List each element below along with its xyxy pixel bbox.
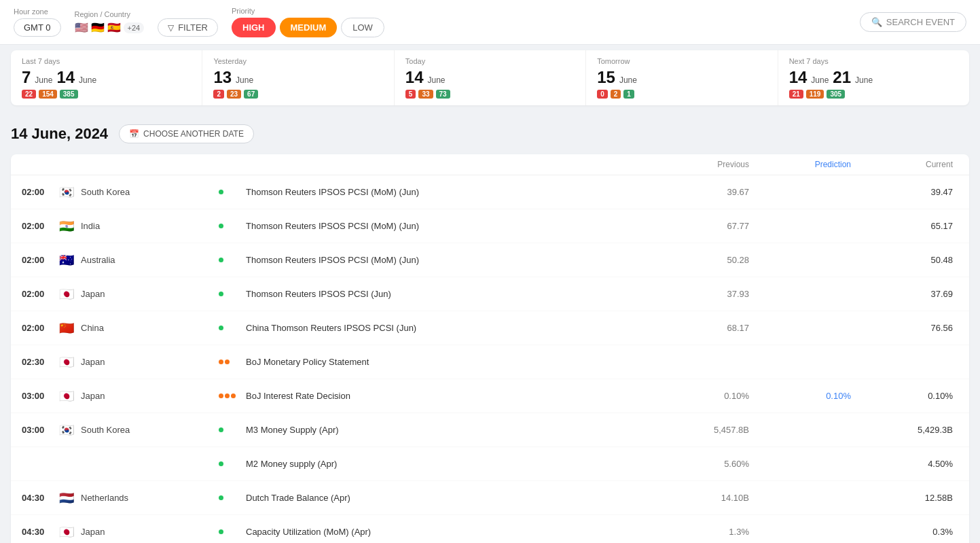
last7-badge-orange: 154 bbox=[39, 90, 57, 99]
time-country-cell: 02:00 🇮🇳 India bbox=[22, 219, 219, 234]
yesterday-range[interactable]: Yesterday 13 June 2 23 67 bbox=[202, 50, 394, 105]
next7-badge-red: 21 bbox=[789, 90, 803, 99]
previous-value: 50.28 bbox=[653, 255, 755, 265]
dot-orange-1 bbox=[219, 393, 223, 398]
time-country-cell: 02:00 🇯🇵 Japan bbox=[22, 287, 219, 302]
event-time: 04:30 bbox=[22, 493, 52, 503]
priority-label: Priority bbox=[232, 7, 384, 15]
last-7-days-range[interactable]: Last 7 days 7 June 14 June 22 154 385 bbox=[11, 50, 202, 105]
time-country-cell: 02:00 🇨🇳 China bbox=[22, 321, 219, 336]
event-time: 02:00 bbox=[22, 221, 52, 231]
next7-label: Next 7 days bbox=[789, 57, 958, 65]
table-row[interactable]: 04:30 🇯🇵 Japan Capacity Utilization (MoM… bbox=[11, 515, 969, 543]
dot-orange-2 bbox=[225, 360, 230, 364]
priority-dots bbox=[219, 190, 246, 194]
previous-value: 0.10% bbox=[653, 391, 755, 401]
priority-dots bbox=[219, 224, 246, 228]
flag-jp-icon: 🇯🇵 bbox=[59, 389, 74, 404]
medium-priority-button[interactable]: MEDIUM bbox=[280, 18, 338, 37]
yesterday-month: June bbox=[236, 75, 253, 85]
priority-dots bbox=[219, 258, 246, 262]
header-priority bbox=[219, 160, 246, 169]
choose-another-date-button[interactable]: 📅 CHOOSE ANOTHER DATE bbox=[119, 124, 254, 143]
dot-green bbox=[219, 292, 223, 296]
last7-start-num: 7 bbox=[22, 68, 31, 87]
date-range-bar: Last 7 days 7 June 14 June 22 154 385 Ye… bbox=[11, 50, 969, 105]
event-name: BoJ Interest Rate Decision bbox=[246, 391, 653, 401]
country-name: South Korea bbox=[81, 425, 130, 435]
flag-jp-icon: 🇯🇵 bbox=[59, 525, 74, 540]
country-name: Japan bbox=[81, 527, 105, 537]
filter-button[interactable]: ▽ FILTER bbox=[158, 18, 218, 37]
high-priority-button[interactable]: HIGH bbox=[232, 18, 276, 37]
tomorrow-num: 15 bbox=[597, 68, 615, 87]
prediction-value: 0.10% bbox=[755, 391, 856, 401]
dot-green bbox=[219, 326, 223, 330]
tomorrow-month: June bbox=[619, 75, 637, 85]
table-row[interactable]: 02:00 🇰🇷 South Korea Thomson Reuters IPS… bbox=[11, 175, 969, 209]
event-time: 02:00 bbox=[22, 323, 52, 333]
filter-icon: ▽ bbox=[168, 23, 174, 33]
time-country-cell: 04:30 🇳🇱 Netherlands bbox=[22, 491, 219, 506]
flag-kr-icon: 🇰🇷 bbox=[59, 185, 74, 200]
current-value: 0.3% bbox=[856, 527, 958, 537]
tomorrow-badge-red: 0 bbox=[597, 90, 608, 99]
search-label: SEARCH EVENT bbox=[886, 17, 955, 27]
calendar-icon: 📅 bbox=[129, 129, 139, 139]
previous-value: 1.3% bbox=[653, 527, 755, 537]
table-row[interactable]: 02:00 🇮🇳 India Thomson Reuters IPSOS PCS… bbox=[11, 209, 969, 243]
today-num: 14 bbox=[405, 68, 424, 87]
priority-dots bbox=[219, 360, 246, 364]
tomorrow-label: Tomorrow bbox=[597, 57, 766, 65]
gmt-button[interactable]: GMT 0 bbox=[14, 18, 61, 37]
header-event-name bbox=[246, 160, 653, 169]
country-name: Japan bbox=[81, 357, 105, 367]
table-row[interactable]: 02:00 🇨🇳 China China Thomson Reuters IPS… bbox=[11, 311, 969, 345]
filter-label: FILTER bbox=[178, 22, 208, 33]
dot-green bbox=[219, 495, 223, 500]
current-value: 76.56 bbox=[856, 323, 958, 333]
table-row[interactable]: 03:00 🇯🇵 Japan BoJ Interest Rate Decisio… bbox=[11, 379, 969, 413]
top-bar: Hour zone GMT 0 Region / Country 🇺🇸 🇩🇪 🇪… bbox=[0, 0, 980, 45]
country-name: Australia bbox=[81, 255, 115, 265]
event-name: Thomson Reuters IPSOS PCSI (MoM) (Jun) bbox=[246, 255, 653, 265]
tomorrow-badge-green: 1 bbox=[623, 90, 634, 99]
next-7-days-range[interactable]: Next 7 days 14 June 21 June 21 119 305 bbox=[778, 50, 969, 105]
flag-jp-icon: 🇯🇵 bbox=[59, 287, 74, 302]
event-name: M3 Money Supply (Apr) bbox=[246, 425, 653, 435]
table-row[interactable]: 02:30 🇯🇵 Japan BoJ Monetary Policy State… bbox=[11, 345, 969, 379]
priority-dots bbox=[219, 529, 246, 534]
region-label: Region / Country bbox=[75, 10, 145, 18]
table-row[interactable]: 04:30 🇳🇱 Netherlands Dutch Trade Balance… bbox=[11, 481, 969, 515]
yesterday-label: Yesterday bbox=[213, 57, 382, 65]
table-row[interactable]: M2 Money supply (Apr) 5.60% 4.50% bbox=[11, 447, 969, 481]
date-heading: 14 June, 2024 📅 CHOOSE ANOTHER DATE bbox=[11, 124, 969, 143]
previous-value: 14.10B bbox=[653, 493, 755, 503]
dot-green bbox=[219, 190, 223, 194]
table-row[interactable]: 02:00 🇯🇵 Japan Thomson Reuters IPSOS PCS… bbox=[11, 277, 969, 311]
yesterday-badge-red: 2 bbox=[213, 90, 224, 99]
event-time: 02:00 bbox=[22, 187, 52, 197]
country-name: India bbox=[81, 221, 100, 231]
time-country-cell: 03:00 🇯🇵 Japan bbox=[22, 389, 219, 404]
priority-dots bbox=[219, 326, 246, 330]
priority-dots bbox=[219, 495, 246, 500]
next7-start-num: 14 bbox=[789, 68, 807, 87]
table-row[interactable]: 02:00 🇦🇺 Australia Thomson Reuters IPSOS… bbox=[11, 243, 969, 277]
hour-zone-section: Hour zone GMT 0 bbox=[14, 7, 61, 37]
event-time: 02:00 bbox=[22, 289, 52, 299]
low-priority-button[interactable]: LOW bbox=[341, 18, 384, 37]
plus-count-badge[interactable]: +24 bbox=[124, 22, 145, 33]
events-table: Previous Prediction Current 02:00 🇰🇷 Sou… bbox=[11, 154, 969, 543]
flag-kr-icon: 🇰🇷 bbox=[59, 423, 74, 438]
previous-value: 37.93 bbox=[653, 289, 755, 299]
previous-value: 39.67 bbox=[653, 187, 755, 197]
flag-au-icon: 🇦🇺 bbox=[59, 253, 74, 268]
table-row[interactable]: 03:00 🇰🇷 South Korea M3 Money Supply (Ap… bbox=[11, 413, 969, 447]
event-name: Dutch Trade Balance (Apr) bbox=[246, 493, 653, 503]
previous-value: 67.77 bbox=[653, 221, 755, 231]
search-event-button[interactable]: 🔍 SEARCH EVENT bbox=[860, 12, 966, 32]
today-range[interactable]: Today 14 June 5 33 73 bbox=[395, 50, 586, 105]
event-time: 03:00 bbox=[22, 425, 52, 435]
tomorrow-range[interactable]: Tomorrow 15 June 0 2 1 bbox=[586, 50, 778, 105]
